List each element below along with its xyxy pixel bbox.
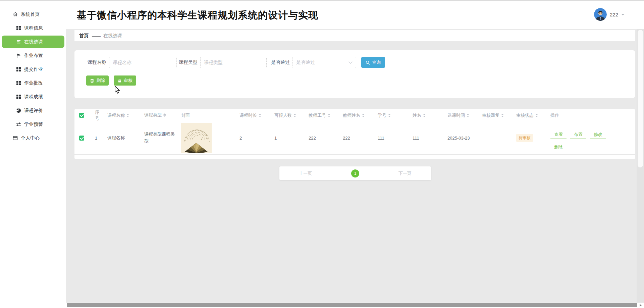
system-title: 基于微信小程序的本科学生课程规划系统的设计与实现 <box>77 9 318 22</box>
vertical-scrollbar-thumb[interactable] <box>638 30 643 167</box>
cell-course-name: 课程名称 <box>104 135 141 141</box>
sidebar-item-label: 在线选课 <box>24 39 43 45</box>
cell-capacity: 1 <box>271 136 305 141</box>
sort-carets[interactable] <box>362 112 365 118</box>
edit-link[interactable]: 修改 <box>590 131 606 139</box>
course-type-input[interactable] <box>200 57 267 68</box>
sidebar: 系统首页 课程信息 在线选课 作业布置 提交作业 作业批改 课程成绩 课程评价 <box>0 1 66 303</box>
chevron-down-icon <box>348 60 352 63</box>
pass-status-select[interactable]: 是否通过 <box>292 57 356 68</box>
grid-icon <box>16 25 21 31</box>
vertical-scrollbar[interactable] <box>637 29 644 303</box>
breadcrumb-home-link[interactable]: 首页 <box>79 33 89 39</box>
flag-icon <box>16 53 21 58</box>
column-header-course-type: 课程类型 <box>141 112 178 119</box>
sort-carets[interactable] <box>293 112 296 118</box>
audit-button-label: 审核 <box>124 78 132 84</box>
sidebar-item-course-info[interactable]: 课程信息 <box>0 21 66 35</box>
sidebar-item-label: 课程成绩 <box>24 94 43 100</box>
column-header-operations: 操作 <box>547 112 635 118</box>
column-header-audit-reply: 审核回复 <box>479 112 513 118</box>
column-header-cover: 封面 <box>178 112 236 118</box>
book-cover-image[interactable] <box>181 123 212 153</box>
row-checkbox[interactable] <box>79 136 84 141</box>
filter-row: 课程名称 课程类型 是否通过 是否通过 查询 <box>88 57 385 68</box>
sidebar-item-personal-center[interactable]: 个人中心 <box>0 131 66 145</box>
cell-teacher-id: 222 <box>305 136 339 141</box>
sidebar-item-homework-grade[interactable]: 作业批改 <box>0 76 66 90</box>
breadcrumb: 首页 —— 在线选课 <box>74 30 635 41</box>
sidebar-item-homework-assign[interactable]: 作业布置 <box>0 49 66 62</box>
pass-status-placeholder: 是否通过 <box>296 59 315 65</box>
search-icon <box>366 60 370 65</box>
sort-carets[interactable] <box>328 112 330 118</box>
sort-carets[interactable] <box>259 112 261 118</box>
sort-carets[interactable] <box>501 112 504 118</box>
user-avatar[interactable] <box>594 8 607 21</box>
horizontal-scrollbar[interactable] <box>0 303 644 308</box>
audit-button[interactable]: 审核 <box>114 75 136 86</box>
sidebar-item-label: 学业预警 <box>24 121 43 127</box>
grid-icon <box>16 81 21 86</box>
sidebar-item-label: 提交作业 <box>24 66 43 72</box>
cell-student-name: 111 <box>409 136 444 141</box>
sidebar-item-label: 个人中心 <box>21 135 40 141</box>
sidebar-item-online-selection[interactable]: 在线选课 <box>2 36 64 48</box>
table-row: 1 课程名称 课程类型课程类型 <box>74 121 635 155</box>
sidebar-item-label: 系统首页 <box>21 11 40 17</box>
column-header-index: 序号 <box>91 109 104 121</box>
sort-carets[interactable] <box>388 112 391 118</box>
user-menu[interactable]: 222 <box>594 8 625 21</box>
sidebar-item-course-review[interactable]: 课程评价 <box>0 104 66 117</box>
breadcrumb-current: 在线选课 <box>103 33 122 39</box>
prev-page-button[interactable]: 上一页 <box>299 170 312 176</box>
horizontal-scrollbar-thumb[interactable] <box>67 303 637 307</box>
bulk-actions: 删除 审核 <box>86 75 136 86</box>
cell-operations: 查看 布置 修改 删除 <box>547 124 635 151</box>
course-name-input[interactable] <box>109 57 177 68</box>
sort-carets[interactable] <box>535 112 538 118</box>
view-link[interactable]: 查看 <box>550 131 567 139</box>
delete-link[interactable]: 删除 <box>550 143 567 151</box>
user-name: 222 <box>610 12 618 17</box>
sidebar-item-label: 作业批改 <box>24 80 43 86</box>
delete-button-label: 删除 <box>96 78 105 84</box>
column-header-student-name: 姓名 <box>409 112 444 118</box>
sort-carets[interactable] <box>423 112 426 118</box>
column-header-teacher-name: 教师姓名 <box>339 112 374 118</box>
cell-student-id: 111 <box>374 136 409 141</box>
window-icon <box>12 136 18 141</box>
delete-button[interactable]: 删除 <box>86 75 109 86</box>
top-header: 基于微信小程序的本科学生课程规划系统的设计与实现 222 <box>66 1 644 29</box>
sort-carets[interactable] <box>467 112 469 118</box>
course-type-label: 课程类型 <box>179 59 198 65</box>
grid-icon <box>16 94 21 100</box>
sidebar-item-course-score[interactable]: 课程成绩 <box>0 90 66 104</box>
sliders-icon <box>16 122 21 127</box>
course-name-label: 课程名称 <box>88 59 106 65</box>
trash-icon <box>90 79 94 83</box>
next-page-button[interactable]: 下一页 <box>398 170 412 176</box>
current-page-button[interactable]: 1 <box>351 169 359 177</box>
cell-course-type: 课程类型课程类型 <box>141 131 178 145</box>
sidebar-item-home[interactable]: 系统首页 <box>0 7 66 21</box>
column-header-select-time: 选课时间 <box>444 112 479 118</box>
app-window: 系统首页 课程信息 在线选课 作业布置 提交作业 作业批改 课程成绩 课程评价 <box>0 0 644 308</box>
assign-link[interactable]: 布置 <box>570 131 586 139</box>
chevron-down-icon <box>621 14 625 17</box>
sidebar-item-academic-warning[interactable]: 学业预警 <box>0 117 66 131</box>
column-header-audit-status: 审核状态 <box>513 112 547 118</box>
search-button[interactable]: 查询 <box>361 57 385 68</box>
pie-icon <box>16 108 21 113</box>
table-header-row: 序号 课程名称 课程类型 封面 课程时长 可报人数 教师工号 教师姓名 学号 姓… <box>74 109 635 121</box>
select-all-checkbox[interactable] <box>79 113 84 118</box>
sort-carets[interactable] <box>163 112 166 118</box>
pagination: 上一页 1 下一页 <box>279 166 431 180</box>
breadcrumb-separator: —— <box>92 33 100 39</box>
filter-panel: 课程名称 课程类型 是否通过 是否通过 查询 删除 <box>74 50 635 98</box>
sort-carets[interactable] <box>126 112 129 118</box>
cell-select-time: 2025-03-23 <box>444 136 479 141</box>
courses-table: 序号 课程名称 课程类型 封面 课程时长 可报人数 教师工号 教师姓名 学号 姓… <box>74 109 635 159</box>
sidebar-item-homework-submit[interactable]: 提交作业 <box>0 62 66 76</box>
sidebar-item-label: 作业布置 <box>24 53 43 59</box>
